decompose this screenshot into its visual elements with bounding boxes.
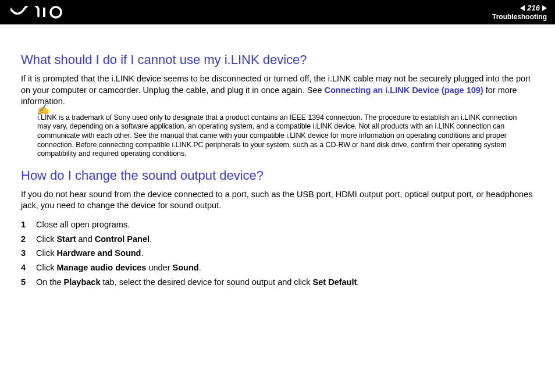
step-item: 3 Click Hardware and Sound. (21, 246, 534, 261)
note-icon: ✍ (35, 102, 49, 116)
note-text: i.LINK is a trademark of Sony used only … (37, 113, 532, 159)
step-number: 3 (21, 246, 28, 261)
step-text-part: tab, select the desired device for sound… (100, 277, 312, 287)
step-text-part: On the (36, 277, 64, 287)
step-item: 5 On the Playback tab, select the desire… (21, 275, 534, 290)
step-number: 5 (21, 275, 28, 290)
question-2-heading: How do I change the sound output device? (21, 168, 534, 183)
step-text-part: . (150, 234, 152, 244)
step-text-part: Close all open programs. (36, 220, 130, 229)
svg-rect-0 (43, 8, 45, 17)
header-meta: 216 Troubleshooting (492, 3, 547, 21)
step-text-part: Click (36, 248, 56, 258)
next-page-arrow-icon[interactable] (542, 5, 547, 11)
step-item: 1 Close all open programs. (21, 218, 534, 232)
step-bold: Manage audio devices (56, 263, 146, 272)
section-label: Troubleshooting (492, 13, 547, 21)
vaio-logo-svg (10, 6, 69, 19)
step-text-part: under (146, 263, 172, 272)
page-number: 216 (527, 3, 540, 12)
step-text: Click Manage audio devices under Sound. (36, 261, 201, 275)
step-text-part: Click (36, 263, 56, 272)
prev-page-arrow-icon[interactable] (520, 5, 525, 11)
header-bar: 216 Troubleshooting (0, 0, 555, 24)
step-bold: Start (56, 234, 76, 244)
step-text: On the Playback tab, select the desired … (36, 275, 359, 290)
step-bold: Sound (173, 263, 199, 272)
step-text-part: Click (36, 234, 56, 244)
step-bold: Hardware and Sound (56, 248, 141, 258)
step-bold: Playback (64, 277, 101, 287)
step-number: 4 (21, 261, 28, 275)
question-1-paragraph: If it is prompted that the i.LINK device… (21, 73, 534, 108)
note-block: ✍ i.LINK is a trademark of Sony used onl… (37, 113, 534, 159)
step-item: 2 Click Start and Control Panel. (21, 232, 534, 247)
step-text-part: . (141, 248, 143, 258)
step-bold: Control Panel (95, 234, 150, 244)
step-text: Click Start and Control Panel. (36, 232, 152, 247)
step-text-part: . (199, 263, 201, 272)
step-text: Close all open programs. (36, 218, 130, 232)
step-text: Click Hardware and Sound. (36, 246, 144, 261)
step-bold: Set Default (313, 277, 357, 287)
page-number-nav: 216 (520, 3, 547, 12)
steps-list: 1 Close all open programs. 2 Click Start… (21, 218, 534, 289)
step-number: 1 (21, 218, 28, 232)
step-item: 4 Click Manage audio devices under Sound… (21, 261, 534, 275)
svg-point-1 (51, 7, 61, 17)
page-content: What should I do if I cannot use my i.LI… (0, 24, 555, 289)
connecting-ilink-link[interactable]: Connecting an i.LINK Device (page 109) (325, 85, 483, 95)
step-text-part: . (357, 277, 359, 287)
vaio-logo (10, 6, 69, 19)
step-text-part: and (76, 234, 95, 244)
question-1-heading: What should I do if I cannot use my i.LI… (21, 52, 534, 67)
question-2-intro: If you do not hear sound from the device… (21, 189, 534, 212)
step-number: 2 (21, 232, 28, 247)
